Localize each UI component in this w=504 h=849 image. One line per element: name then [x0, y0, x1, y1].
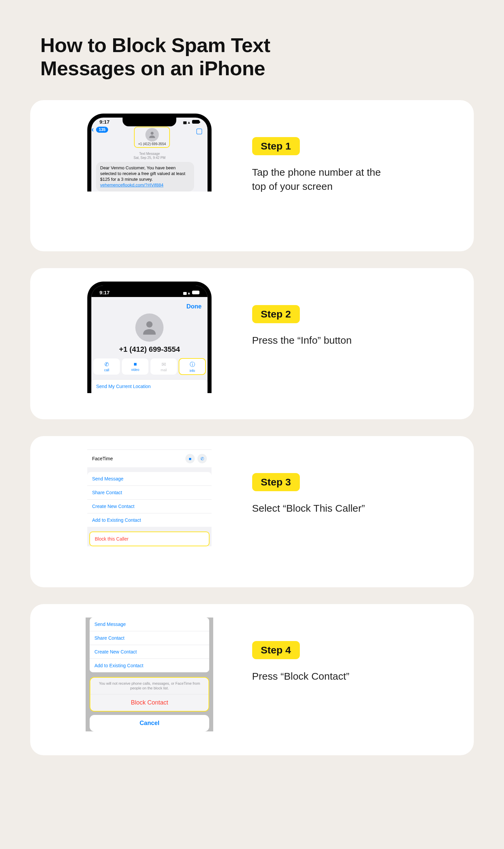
add-existing-row[interactable]: Add to Existing Contact [87, 513, 212, 527]
call-button[interactable]: ✆call [93, 358, 120, 375]
wifi-icon [187, 289, 191, 295]
page-title: How to Block Spam Text Messages on an iP… [40, 34, 342, 80]
step-badge: Step 1 [252, 137, 300, 155]
block-caller-row[interactable]: Block this Caller [89, 531, 210, 546]
sheet-message: You will not receive phone calls, messag… [90, 678, 209, 694]
step-card-3: FaceTime ■ ✆ Send Message Share Contact … [30, 436, 474, 587]
step-description: Select “Block This Caller” [252, 501, 393, 515]
block-action-sheet: You will not receive phone calls, messag… [90, 677, 209, 712]
create-contact-row[interactable]: Create New Contact [90, 645, 209, 658]
phone-icon: ✆ [104, 361, 109, 368]
add-existing-row[interactable]: Add to Existing Contact [90, 658, 209, 672]
iphone-mock-1: 9:17 135 +1 (412) 699-3554 ▢ Text [87, 113, 212, 192]
step-badge: Step 3 [252, 473, 300, 491]
block-contact-button[interactable]: Block Contact [90, 694, 209, 711]
info-icon: ⓘ [190, 361, 195, 368]
contact-number: +1 (412) 699-3554 [91, 345, 208, 354]
create-contact-row[interactable]: Create New Contact [87, 499, 212, 513]
signal-icon [183, 119, 186, 125]
info-button[interactable]: ⓘinfo [179, 358, 205, 375]
step-badge: Step 2 [252, 305, 300, 323]
battery-icon [192, 120, 199, 124]
facetime-icon[interactable]: ▢ [196, 127, 203, 136]
wifi-icon [187, 119, 191, 125]
battery-icon [192, 290, 199, 294]
status-icons [183, 119, 199, 125]
back-button[interactable]: 135 [96, 127, 108, 133]
send-location-row[interactable]: Send My Current Location [91, 379, 208, 393]
avatar-icon [145, 128, 159, 141]
status-time: 9:17 [100, 289, 109, 295]
iphone-mock-2: 9:17 Done +1 (412) 699-3554 ✆call ■video… [87, 282, 212, 393]
facetime-label: FaceTime [92, 456, 113, 461]
message-meta: Text Message Sat, Sep 25, 9:42 PM [91, 152, 208, 160]
svg-point-1 [146, 321, 153, 328]
iphone-mock-4: Send Message Share Contact Create New Co… [86, 618, 213, 731]
status-icons [183, 289, 199, 295]
iphone-mock-3: FaceTime ■ ✆ Send Message Share Contact … [87, 449, 212, 546]
step-card-2: 9:17 Done +1 (412) 699-3554 ✆call ■video… [30, 268, 474, 419]
contact-tap-target[interactable]: +1 (412) 699-3554 [134, 127, 170, 148]
share-contact-row[interactable]: Share Contact [90, 631, 209, 645]
svg-point-0 [150, 132, 154, 135]
status-time: 9:17 [100, 119, 109, 125]
video-icon: ■ [133, 361, 137, 367]
send-message-row[interactable]: Send Message [90, 618, 209, 631]
spam-link[interactable]: vehemenceflookd.com/?#IVif884 [100, 182, 163, 188]
video-button[interactable]: ■video [122, 358, 148, 375]
step-card-4: Send Message Share Contact Create New Co… [30, 604, 474, 755]
step-description: Tap the phone number at the top of your … [252, 165, 393, 194]
facetime-call-icon[interactable]: ✆ [197, 454, 207, 463]
mail-icon: ✉ [162, 361, 166, 368]
step-description: Press “Block Contact” [252, 669, 393, 683]
step-badge: Step 4 [252, 641, 300, 659]
share-contact-row[interactable]: Share Contact [87, 485, 212, 499]
spam-message-bubble: Dear Venmo Customer, You have been selec… [96, 162, 194, 192]
mail-button: ✉mail [150, 358, 177, 375]
send-message-row[interactable]: Send Message [87, 472, 212, 485]
step-card-1: 9:17 135 +1 (412) 699-3554 ▢ Text [30, 100, 474, 251]
facetime-video-icon[interactable]: ■ [185, 454, 195, 463]
done-button[interactable]: Done [186, 303, 201, 310]
contact-number: +1 (412) 699-3554 [138, 142, 166, 146]
cancel-button[interactable]: Cancel [90, 715, 209, 731]
avatar-icon [135, 314, 163, 342]
signal-icon [183, 289, 186, 295]
step-description: Press the “Info” button [252, 333, 393, 348]
